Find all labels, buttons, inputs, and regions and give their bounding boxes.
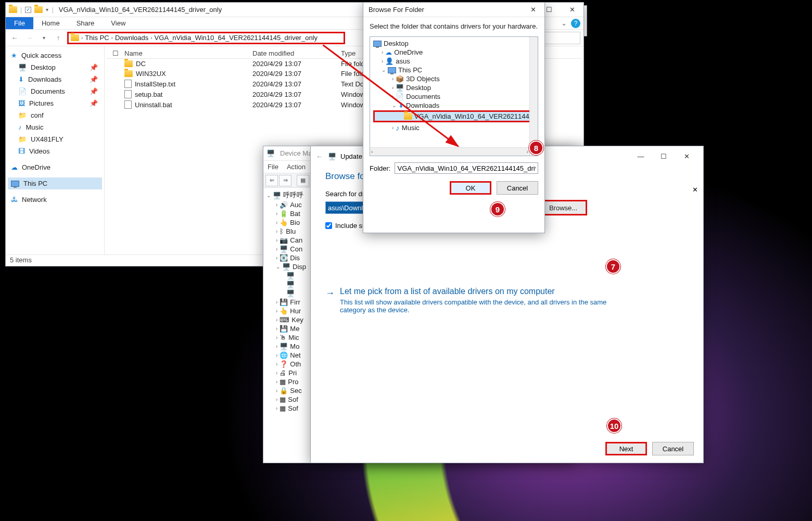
tree-onedrive[interactable]: ›☁OneDrive — [373, 48, 535, 57]
expand-icon[interactable]: › — [276, 344, 277, 349]
browse-button[interactable]: Browse... — [539, 200, 587, 215]
tree-selected-folder[interactable]: VGA_nVidia_Win10_64_VER26211441 — [373, 110, 535, 122]
forward-button[interactable]: → — [23, 32, 35, 44]
cancel-button[interactable]: Cancel — [652, 442, 694, 455]
monitor-icon: 🖥️ — [286, 289, 295, 297]
help-icon[interactable]: ? — [571, 19, 580, 28]
pin-icon: 📌 — [90, 87, 98, 95]
close-button[interactable]: ✕ — [675, 146, 698, 166]
breadcrumb-thispc[interactable]: This PC — [85, 34, 109, 42]
expand-icon[interactable]: › — [276, 317, 277, 323]
nav-onedrive[interactable]: ☁OneDrive — [8, 161, 102, 173]
device-icon: 📷 — [280, 236, 288, 244]
back-button[interactable]: ← — [9, 32, 20, 44]
recent-dropdown-icon[interactable]: ▾ — [38, 32, 49, 44]
ribbon-file-tab[interactable]: File — [6, 17, 33, 29]
expand-icon[interactable]: › — [276, 352, 277, 358]
expand-icon[interactable]: › — [276, 255, 277, 261]
horizontal-scrollbar[interactable]: ‹› — [370, 147, 529, 156]
expand-icon[interactable]: › — [276, 246, 277, 252]
tree-thispc[interactable]: ⌄This PC — [373, 66, 535, 74]
expand-icon[interactable]: › — [276, 335, 277, 340]
maximize-button[interactable]: ☐ — [652, 146, 675, 166]
tree-asus[interactable]: ›👤asus — [373, 57, 535, 66]
back-button[interactable]: ← — [316, 153, 323, 160]
cancel-button[interactable]: Cancel — [497, 181, 538, 195]
nav-item-ux481fly[interactable]: 📁UX481FLY — [8, 133, 102, 145]
tb-back-icon[interactable]: ⇐ — [265, 175, 278, 186]
expand-icon[interactable]: › — [276, 379, 277, 385]
nav-icon: ⬇ — [18, 75, 24, 83]
ribbon-expand-icon[interactable]: ⌄ — [557, 19, 571, 27]
expand-icon[interactable]: › — [276, 326, 277, 332]
dialog-instruction: Select the folder that contains drivers … — [363, 17, 544, 33]
menu-file[interactable]: File — [268, 163, 278, 171]
breadcrumb-downloads[interactable]: Downloads — [115, 34, 148, 42]
next-button[interactable]: Next — [605, 442, 647, 455]
nav-network[interactable]: 🖧Network — [8, 194, 102, 206]
expand-icon[interactable]: › — [276, 388, 277, 393]
tb-show-hidden-icon[interactable]: ▦ — [297, 175, 309, 186]
badge-10: 10 — [607, 418, 621, 433]
ribbon-share-tab[interactable]: Share — [68, 18, 103, 29]
nav-item-downloads[interactable]: ⬇Downloads📌 — [8, 73, 102, 85]
expand-icon[interactable]: › — [276, 228, 277, 234]
breadcrumb-current[interactable]: VGA_nVidia_Win10_64_VER2621144145_driver… — [155, 34, 318, 42]
pin-icon: 📌 — [90, 99, 98, 107]
menu-action[interactable]: Action — [287, 163, 306, 171]
expand-icon[interactable]: ⌄ — [276, 264, 280, 270]
include-subfolders-checkbox[interactable] — [325, 222, 332, 229]
nav-item-documents[interactable]: 📄Documents📌 — [8, 85, 102, 97]
folder-input[interactable] — [395, 162, 538, 174]
expand-icon[interactable]: › — [276, 211, 277, 217]
qat-checkbox-icon[interactable]: ✓ — [25, 7, 31, 13]
nav-item-pictures[interactable]: 🖼Pictures📌 — [8, 97, 102, 109]
tree-music[interactable]: ›♪Music — [373, 123, 535, 133]
ribbon-home-tab[interactable]: Home — [33, 18, 68, 29]
expand-icon[interactable]: › — [276, 220, 277, 225]
expand-icon[interactable]: › — [276, 370, 277, 376]
tree-node[interactable]: ›🖥️Desktop — [392, 83, 535, 92]
expand-icon[interactable]: › — [276, 308, 277, 314]
close-button[interactable]: ✕ — [561, 3, 583, 17]
ribbon-view-tab[interactable]: View — [103, 18, 134, 29]
tree-node[interactable]: ⌄⬇Downloads — [392, 101, 535, 110]
vertical-scrollbar[interactable] — [529, 37, 538, 156]
inner-close-button[interactable]: ✕ — [692, 186, 698, 194]
expand-icon[interactable]: › — [392, 76, 394, 82]
expand-icon[interactable]: › — [392, 85, 394, 91]
minimize-button[interactable]: — — [629, 146, 652, 166]
expand-icon[interactable]: › — [276, 299, 277, 305]
nav-icon: 🎞 — [18, 147, 25, 155]
qat-sep: | — [20, 6, 22, 14]
address-bar[interactable]: › This PC › Downloads › VGA_nVidia_Win10… — [67, 32, 345, 44]
close-button[interactable]: ✕ — [522, 3, 544, 17]
expand-icon[interactable]: › — [276, 405, 277, 411]
expand-icon[interactable]: › — [276, 237, 277, 243]
up-button[interactable]: ↑ — [53, 32, 64, 44]
qat-dropdown-icon[interactable]: ▾ — [46, 7, 48, 12]
badge-8: 8 — [529, 141, 543, 155]
expand-icon[interactable]: › — [276, 202, 277, 208]
expand-icon[interactable]: › — [392, 94, 394, 99]
device-icon: ▦ — [280, 404, 286, 412]
folder-tree[interactable]: Desktop ›☁OneDrive ›👤asus ⌄This PC ›📦3D … — [370, 36, 538, 156]
tree-node[interactable]: ›📄Documents — [392, 92, 535, 101]
let-me-pick-link[interactable]: → Let me pick from a list of available d… — [311, 287, 703, 314]
expand-icon[interactable]: ⌄ — [392, 103, 396, 108]
ok-button[interactable]: OK — [450, 181, 491, 195]
expand-icon[interactable]: › — [276, 397, 277, 402]
nav-item-videos[interactable]: 🎞Videos — [8, 145, 102, 157]
device-icon: ▦ — [280, 396, 286, 403]
nav-quick-access[interactable]: ★Quick access — [8, 49, 102, 61]
tb-fwd-icon[interactable]: ⇒ — [279, 175, 291, 186]
nav-thispc[interactable]: This PC — [8, 177, 102, 189]
pc-icon — [388, 67, 396, 73]
nav-item-conf[interactable]: 📁conf — [8, 109, 102, 121]
tree-node[interactable]: ›📦3D Objects — [392, 74, 535, 83]
expand-icon[interactable]: › — [276, 361, 277, 367]
tree-desktop[interactable]: Desktop — [373, 39, 535, 48]
nav-item-music[interactable]: ♪Music — [8, 121, 102, 133]
file-icon — [124, 80, 132, 88]
nav-item-desktop[interactable]: 🖥️Desktop📌 — [8, 61, 102, 73]
